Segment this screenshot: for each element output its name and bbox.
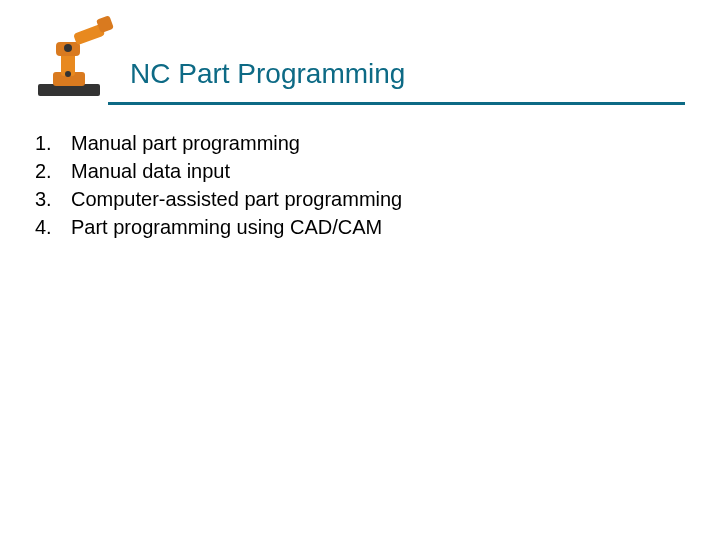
slide-title: NC Part Programming — [130, 20, 720, 102]
title-underline — [108, 102, 685, 105]
svg-point-6 — [64, 44, 72, 52]
robot-arm-icon — [28, 12, 118, 102]
slide-content: 1. Manual part programming 2. Manual dat… — [35, 129, 720, 241]
list-item: 1. Manual part programming — [35, 129, 720, 157]
list-number: 3. — [35, 185, 71, 213]
numbered-list: 1. Manual part programming 2. Manual dat… — [35, 129, 720, 241]
list-number: 2. — [35, 157, 71, 185]
list-text: Part programming using CAD/CAM — [71, 213, 720, 241]
list-number: 1. — [35, 129, 71, 157]
list-text: Manual data input — [71, 157, 720, 185]
list-item: 3. Computer-assisted part programming — [35, 185, 720, 213]
list-item: 4. Part programming using CAD/CAM — [35, 213, 720, 241]
slide-header: NC Part Programming — [0, 0, 720, 105]
list-text: Manual part programming — [71, 129, 720, 157]
list-text: Computer-assisted part programming — [71, 185, 720, 213]
list-item: 2. Manual data input — [35, 157, 720, 185]
list-number: 4. — [35, 213, 71, 241]
svg-point-7 — [65, 71, 71, 77]
